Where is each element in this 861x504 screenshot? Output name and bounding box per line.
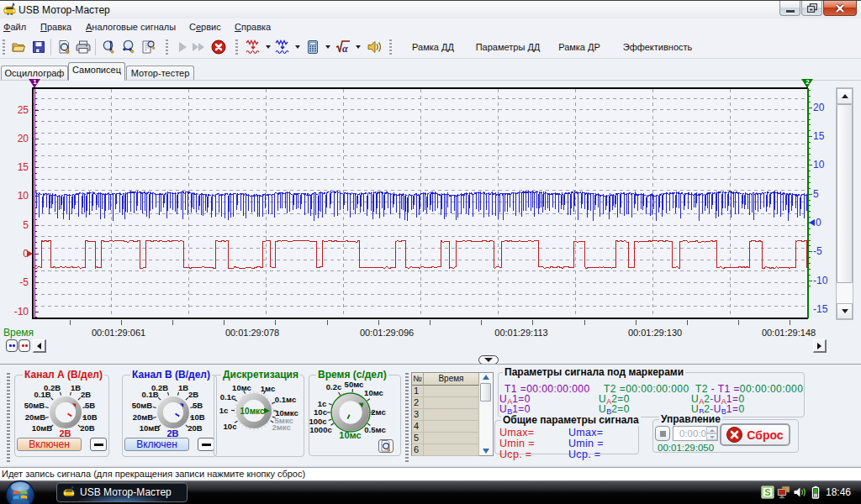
knob-label: 50мВ xyxy=(24,400,45,409)
knob-label: 1с xyxy=(219,406,229,415)
dropdown-arrow-icon[interactable] xyxy=(295,45,300,49)
scroll-up-button[interactable] xyxy=(837,88,853,104)
up-arrow-icon[interactable] xyxy=(483,375,489,380)
right-axis-label: -5 xyxy=(813,245,822,257)
menu-item-2[interactable]: Аналоговые сигналы xyxy=(86,22,176,32)
dropdown-arrow-icon[interactable] xyxy=(356,45,361,49)
scroll-down-button[interactable] xyxy=(837,303,853,319)
save-button[interactable] xyxy=(31,39,46,55)
time-tick-label: 00:01:29:078 xyxy=(225,328,279,338)
stop-square-button[interactable] xyxy=(655,426,670,441)
print-icon xyxy=(76,39,91,55)
scroll-right-button[interactable] xyxy=(813,339,827,353)
minimize-button[interactable] xyxy=(779,1,800,16)
volume-icon[interactable] xyxy=(793,486,806,499)
table-scrollbar[interactable] xyxy=(479,373,493,455)
toolbar-button-Рамка ДР[interactable]: Рамка ДР xyxy=(558,42,600,52)
toolbar-gripper xyxy=(235,39,238,55)
network-monitors-icon[interactable] xyxy=(777,486,790,499)
zoom-horizontal-button[interactable] xyxy=(121,39,136,55)
knob-label: 2В xyxy=(81,389,91,398)
knob-label: 0.1В xyxy=(34,389,50,398)
chart-vscrollbar[interactable] xyxy=(836,87,853,320)
print-button[interactable] xyxy=(76,39,91,55)
knob-label: 10В xyxy=(82,412,97,421)
right-axis-label: 10 xyxy=(813,159,824,171)
skype-icon[interactable] xyxy=(761,486,774,499)
table-header-time[interactable]: Время xyxy=(424,373,479,386)
taskbar-clock[interactable]: 18:46 xyxy=(826,486,851,498)
toolbar-button-Параметры ДД[interactable]: Параметры ДД xyxy=(476,42,541,52)
tab-Самописец[interactable]: Самописец xyxy=(68,62,125,81)
knob-label: 5В xyxy=(85,401,95,410)
speaker-button[interactable] xyxy=(367,39,382,55)
chart-plot[interactable]: 12 xyxy=(0,79,836,326)
left-axis-label: 15 xyxy=(3,161,29,173)
close-button[interactable] xyxy=(823,1,857,16)
down-arrow-icon[interactable] xyxy=(483,449,489,454)
table-scroll-thumb[interactable] xyxy=(480,383,491,402)
markers-table[interactable]: №Время123456 xyxy=(411,372,494,456)
signal-red-button[interactable] xyxy=(246,39,261,55)
right-axis-label: 20 xyxy=(813,102,824,113)
zoom-vertical-button[interactable] xyxy=(102,39,117,55)
knob-label: 0.1с xyxy=(220,392,236,402)
table-row-num: 6 xyxy=(412,444,424,456)
taskbar: USB Мотор-Мастер 18:46 xyxy=(0,480,861,504)
zoom-vertical-icon xyxy=(102,39,117,55)
channelA-minus-button[interactable] xyxy=(90,438,107,451)
table-row-time xyxy=(424,421,479,433)
title-bar: USB Мотор-Мастер xyxy=(0,0,861,18)
restore-button[interactable] xyxy=(801,1,822,16)
knob-label: 10с xyxy=(224,421,237,430)
timebase-zoom-button[interactable] xyxy=(378,439,394,453)
left-axis-label: -10 xyxy=(3,306,29,318)
sqrt-alpha-button[interactable] xyxy=(335,39,351,55)
menu-item-3[interactable]: Сервис xyxy=(189,22,221,32)
scroll-left-button[interactable] xyxy=(33,339,46,353)
window-title: USB Мотор-Мастер xyxy=(18,4,110,16)
record-time-spinner[interactable]: 0:00:00 xyxy=(673,426,718,441)
menu-item-4[interactable]: Справка xyxy=(235,22,271,32)
battery-icon[interactable] xyxy=(809,486,822,499)
knob-label: 20мВ xyxy=(25,412,45,421)
signal-red-icon xyxy=(246,39,261,55)
knob-label: 10мВ xyxy=(140,423,160,433)
toolbar-button-Эффективность[interactable]: Эффективность xyxy=(623,42,693,52)
start-button[interactable] xyxy=(5,480,35,504)
spinner-down-button[interactable] xyxy=(706,433,717,440)
right-axis-label: -10 xyxy=(813,275,827,286)
channelA-enabled-button[interactable]: Включен xyxy=(17,438,82,451)
tab-bar: ОсциллографСамописецМотор-тестер xyxy=(0,59,861,81)
dropdown-arrow-icon[interactable] xyxy=(325,45,330,49)
fast-forward-button[interactable] xyxy=(191,39,206,55)
menu-item-0[interactable]: Файл xyxy=(3,22,26,32)
table-row-num: 2 xyxy=(412,397,424,409)
menu-bar: ФайлПравкаАналоговые сигналыСервисСправк… xyxy=(0,18,861,35)
marker-blue-button[interactable] xyxy=(6,339,18,352)
toolbar-button-Рамка ДД[interactable]: Рамка ДД xyxy=(412,42,454,52)
spinner-up-icon xyxy=(710,429,715,432)
table-row-num: 5 xyxy=(412,433,424,444)
vscroll-thumb[interactable] xyxy=(837,104,853,283)
play-button[interactable] xyxy=(175,39,190,55)
table-header-num[interactable]: № xyxy=(412,373,424,386)
reset-button[interactable]: Сброс xyxy=(720,423,790,446)
knob-label: 20мВ xyxy=(133,412,153,421)
stop-button[interactable] xyxy=(211,39,226,55)
spinner-up-button[interactable] xyxy=(706,427,717,433)
knob-label: 0.1мс xyxy=(275,395,296,404)
calculator-button[interactable] xyxy=(305,39,320,55)
taskbar-app-button[interactable]: USB Мотор-Мастер xyxy=(56,482,188,502)
groupbox-title-control: Управление xyxy=(659,413,722,425)
open-button[interactable] xyxy=(11,39,26,55)
taskbar-app-label: USB Мотор-Мастер xyxy=(80,486,172,498)
menu-item-1[interactable]: Правка xyxy=(40,22,71,32)
print-preview-button[interactable] xyxy=(56,39,71,55)
knob-label: 50мс xyxy=(345,380,364,389)
marker-red-button[interactable] xyxy=(18,339,30,352)
channelB-enabled-button[interactable]: Включен xyxy=(124,438,189,451)
signal-blue-button[interactable] xyxy=(275,39,290,55)
doc-zoom-button[interactable] xyxy=(140,39,156,55)
dropdown-arrow-icon[interactable] xyxy=(266,45,271,49)
